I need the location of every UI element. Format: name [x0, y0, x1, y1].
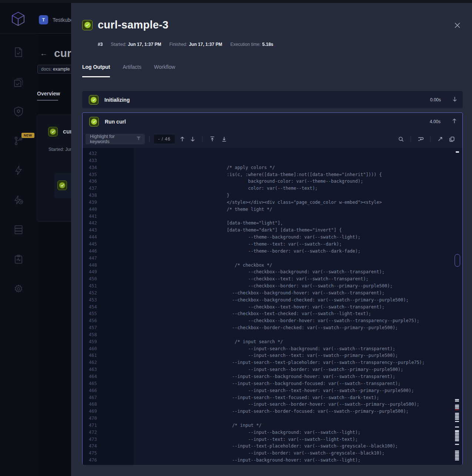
- log-line: 442 [data-theme="light"],: [83, 220, 462, 227]
- tab-artifacts[interactable]: Artifacts: [123, 64, 141, 75]
- log-line: 471 /* input */: [83, 422, 462, 429]
- new-badge: NEW: [21, 133, 34, 138]
- minimap-dash: [455, 426, 459, 428]
- match-counter: - / 46: [154, 135, 175, 144]
- tab-workflow[interactable]: Workflow: [154, 64, 175, 75]
- sidebar-item-test-suites[interactable]: [13, 78, 24, 88]
- sidebar-item-settings[interactable]: [13, 284, 24, 295]
- log-line: 433: [83, 157, 462, 164]
- clipboard-pulse-icon: [14, 254, 23, 266]
- log-line: 476 --input--background-hover: var(--swa…: [83, 457, 462, 464]
- filter-icon: [136, 136, 141, 142]
- section-initializing: Initializing 0.00s: [82, 91, 463, 108]
- word-wrap-icon[interactable]: [415, 134, 426, 144]
- log-line: 456 --checkbox--border-hover: var(--swat…: [83, 317, 462, 324]
- drawer-tabs: Log Output Artifacts Workflow: [82, 64, 175, 75]
- log-line: 445 --theme--text: var(--swatch--dark);: [83, 241, 462, 248]
- search-icon[interactable]: [396, 134, 406, 144]
- copy-icon[interactable]: [447, 134, 457, 144]
- log-line: 441: [83, 213, 462, 220]
- section-duration: 4.00s: [430, 119, 441, 124]
- sidebar-item-status-pages[interactable]: [13, 255, 24, 265]
- section-initializing-header[interactable]: Initializing 0.00s: [82, 91, 463, 108]
- log-line: 438 }: [83, 192, 462, 199]
- log-line: 444 --theme--background: var(--swatch--l…: [83, 234, 462, 241]
- scroll-to-top-icon[interactable]: [207, 134, 217, 144]
- log-line: 475 --input--border: var(--swatch--greys…: [83, 450, 462, 457]
- log-line: 463 --input-search--border: var(--swatch…: [83, 366, 462, 373]
- file-check-icon: [14, 47, 23, 59]
- section-label: Run curl: [105, 119, 424, 125]
- log-toolbar: Highlight for keywords - / 46: [83, 130, 462, 148]
- log-line: 451 --checkbox--border: var(--swatch--pr…: [83, 283, 462, 290]
- minimap-dash: [455, 453, 459, 455]
- minimap-dash: [455, 416, 459, 417]
- testkube-logo[interactable]: [11, 11, 25, 30]
- log-line: 473 --input--text: var(--swatch--light-t…: [83, 436, 462, 443]
- minimap-dash: [455, 419, 459, 420]
- minimap-dash: [455, 414, 459, 415]
- minimap-dash: [455, 459, 459, 460]
- log-line: 452 --checkbox--background-hover: var(--…: [83, 290, 462, 297]
- sidebar-item-sources[interactable]: [13, 225, 24, 236]
- sidebar-item-triggers[interactable]: [13, 166, 24, 176]
- tab-log-output[interactable]: Log Output: [82, 64, 110, 75]
- sidebar-item-tests[interactable]: [13, 48, 24, 58]
- chevron-down-icon[interactable]: [452, 96, 458, 104]
- log-viewer[interactable]: 432433434 /* apply colors */435 :is(c, :…: [83, 148, 462, 465]
- log-line: 467 --input-search--text-focused: var(--…: [83, 394, 462, 401]
- scroll-to-bottom-icon[interactable]: [219, 134, 229, 144]
- sidebar-item-executors[interactable]: [13, 196, 24, 206]
- started-at: Started:Jun 17, 1:37 PM: [111, 42, 161, 47]
- workspace-avatar: T: [39, 15, 48, 24]
- lightning-arrow-icon: [13, 195, 24, 207]
- scrollbar-thumb[interactable]: [455, 254, 460, 267]
- minimap-dash: [455, 433, 459, 434]
- files-check-icon: [13, 77, 24, 89]
- log-line: 470: [83, 415, 462, 422]
- sidebar-item-webhooks[interactable]: [13, 107, 24, 117]
- minimap-view-dash: [456, 151, 459, 153]
- log-line: 474 --input--text-placeholder: var(--swa…: [83, 443, 462, 450]
- log-line: 457 --checkbox--border-checked: var(--sw…: [83, 324, 462, 331]
- expand-fullscreen-icon[interactable]: [435, 134, 445, 144]
- lightning-icon: [14, 165, 23, 177]
- minimap-dash: [455, 399, 459, 400]
- log-line: 439 </style></div><div class="page_code_…: [83, 199, 462, 206]
- minimap-dash: [455, 456, 459, 458]
- minimap-dash: [455, 437, 459, 438]
- minimap-dash: [455, 409, 459, 410]
- log-line: 466 --input-search--text-hover: var(--sw…: [83, 387, 462, 394]
- log-line: 460 --input-search--background: var(--sw…: [83, 345, 462, 352]
- minimap-dash: [455, 413, 459, 414]
- top-strip: [0, 0, 472, 3]
- log-line: 458: [83, 331, 462, 338]
- keyword-highlight-input[interactable]: Highlight for keywords: [86, 134, 145, 144]
- prev-match-icon[interactable]: [177, 134, 187, 144]
- tab-overview[interactable]: Overview: [37, 91, 60, 97]
- shield-gear-icon: [14, 106, 23, 118]
- gear-icon: [14, 284, 23, 296]
- minimap-dash: [455, 440, 459, 441]
- minimap-dash: [455, 450, 459, 452]
- log-line: 447: [83, 255, 462, 262]
- log-line: 436 background-color: var(--theme--backg…: [83, 178, 462, 185]
- status-passed-icon: [89, 95, 98, 105]
- chevron-up-icon[interactable]: [452, 118, 457, 125]
- back-arrow-icon[interactable]: ←: [40, 49, 47, 58]
- section-run-curl-header[interactable]: Run curl 4.00s: [83, 113, 462, 130]
- sidebar-item-test-workflows[interactable]: [13, 136, 24, 147]
- log-line: 446 --theme--border: var(--swatch--dark-…: [83, 248, 462, 255]
- status-passed-icon: [48, 127, 58, 136]
- close-icon[interactable]: [453, 21, 462, 30]
- status-passed-icon: [89, 117, 99, 126]
- minimap-dash: [455, 401, 459, 402]
- log-line: 468 --input-search--border-hover: var(--…: [83, 401, 462, 408]
- log-line: 435 :is(c, :where([data-theme]:not([data…: [83, 171, 462, 178]
- workspace-selector[interactable]: T Testkube: [39, 15, 73, 24]
- execution-number: #3: [98, 42, 103, 47]
- minimap-dash: [455, 421, 459, 422]
- log-line: 469 --input-search--border-focused: var(…: [83, 408, 462, 415]
- log-line: 449 --checkbox--background: var(--swatch…: [83, 269, 462, 276]
- next-match-icon[interactable]: [187, 134, 198, 144]
